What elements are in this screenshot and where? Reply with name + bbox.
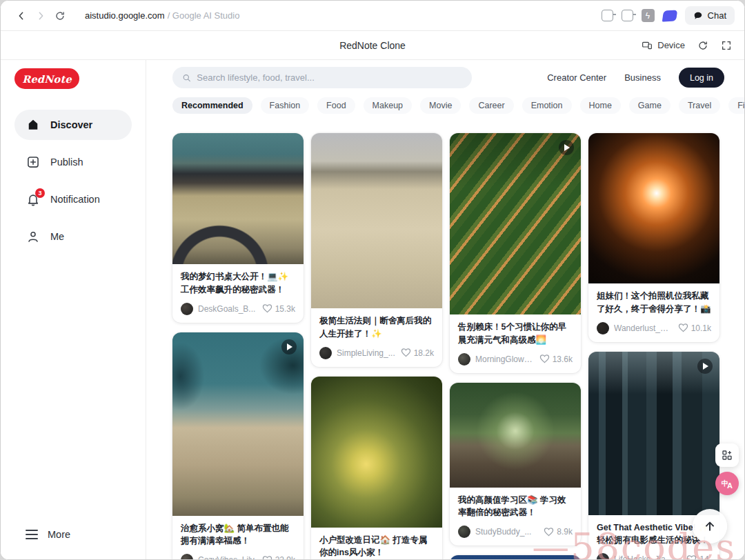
username: MorningGlow_... <box>475 354 535 364</box>
note-card[interactable]: 小户型改造日记🏠 打造专属你的ins风小家！HomeSweetH...11.3k <box>311 377 442 560</box>
tab-home[interactable]: Home <box>580 97 621 114</box>
topbar-link-business[interactable]: Business <box>624 72 661 83</box>
tab-fashion[interactable]: Fashion <box>261 97 309 114</box>
heart-icon <box>686 554 697 560</box>
extension-icon[interactable] <box>602 10 613 21</box>
note-image-navy <box>450 555 581 560</box>
note-meta: StudyBuddy_...8.9k <box>450 522 581 546</box>
feed-grid: 我的梦幻书桌大公开！💻✨ 工作效率飙升的秘密武器！DeskGoals_B...1… <box>172 133 744 560</box>
chevron-right-icon <box>35 10 46 21</box>
sidebar: RedNote DiscoverPublish3NotificationMe M… <box>1 60 146 560</box>
play-icon <box>697 359 713 374</box>
scroll-to-top-button[interactable] <box>693 509 727 543</box>
like-button[interactable]: 13.6k <box>539 354 573 364</box>
search-input[interactable] <box>197 72 462 83</box>
fullscreen-button[interactable] <box>721 40 732 51</box>
sidebar-item-label: Notification <box>50 194 100 205</box>
reload-button[interactable] <box>50 6 70 26</box>
note-title: 治愈系小窝🏡 简单布置也能拥有满满幸福感！ <box>172 516 304 551</box>
like-button[interactable]: 18.2k <box>401 348 434 358</box>
like-button[interactable]: 14. <box>686 554 711 560</box>
note-image-spark <box>588 133 719 283</box>
plus-square-icon <box>26 154 41 170</box>
person-icon <box>26 229 41 244</box>
like-button[interactable]: 8.9k <box>544 527 573 537</box>
tab-emotion[interactable]: Emotion <box>522 97 572 114</box>
rednote-logo[interactable]: RedNote <box>14 68 79 89</box>
note-image-desert <box>311 133 442 308</box>
tab-career[interactable]: Career <box>469 97 513 114</box>
refresh-icon <box>697 40 708 51</box>
search-bar[interactable] <box>172 67 472 88</box>
translate-button[interactable]: 中A <box>715 472 739 495</box>
tab-recommended[interactable]: Recommended <box>172 97 252 114</box>
address-bar[interactable]: aistudio.google.com / Google AI Studio <box>85 10 239 21</box>
avatar <box>181 554 193 560</box>
topbar-link-creator-center[interactable]: Creator Center <box>547 72 606 83</box>
tab-movie[interactable]: Movie <box>420 97 461 114</box>
sidebar-item-more[interactable]: More <box>14 521 132 548</box>
device-icon <box>642 40 653 51</box>
arrow-up-icon <box>703 519 717 533</box>
note-card[interactable] <box>450 555 581 560</box>
note-meta: SimpleLiving_...18.2k <box>311 343 442 367</box>
device-button[interactable]: Device <box>642 40 685 51</box>
sidebar-item-publish[interactable]: Publish <box>14 147 132 177</box>
sidebar-menu: DiscoverPublish3NotificationMe <box>14 110 132 252</box>
play-icon <box>559 140 574 155</box>
heart-icon <box>544 527 554 537</box>
note-card[interactable]: 极简生活法则｜断舍离后我的人生开挂了！✨SimpleLiving_...18.2… <box>311 133 442 367</box>
sidebar-item-label: Publish <box>50 157 83 168</box>
note-title: 告别赖床！5个习惯让你的早晨充满元气和高级感🌅 <box>450 314 581 350</box>
sidebar-item-me[interactable]: Me <box>14 221 132 252</box>
more-label: More <box>48 529 70 540</box>
avatar <box>319 347 332 359</box>
avatar <box>597 322 609 334</box>
tab-travel[interactable]: Travel <box>679 97 720 114</box>
sidebar-item-notification[interactable]: 3Notification <box>14 184 132 214</box>
feed-column: 极简生活法则｜断舍离后我的人生开挂了！✨SimpleLiving_...18.2… <box>311 133 442 560</box>
play-icon <box>281 339 297 354</box>
chat-bubble-icon <box>693 11 703 21</box>
note-card[interactable]: 治愈系小窝🏡 简单布置也能拥有满满幸福感！CozyVibes_Lily22.9k <box>172 332 304 560</box>
note-meta: DeskGoals_B...15.3k <box>172 299 304 323</box>
tab-makeup[interactable]: Makeup <box>364 97 412 114</box>
extension-icon[interactable] <box>622 10 633 21</box>
note-image-rail <box>450 383 581 488</box>
tab-fitness[interactable]: Fitness <box>728 97 744 114</box>
heart-icon <box>262 555 272 560</box>
like-count: 14. <box>699 554 711 560</box>
username: DeskGoals_B... <box>198 304 255 314</box>
expand-icon <box>721 40 732 51</box>
topbar-links: Creator CenterBusiness <box>547 72 661 83</box>
main-content: Creator CenterBusiness Log in Recommende… <box>146 60 744 560</box>
login-button[interactable]: Log in <box>679 68 724 88</box>
note-card[interactable]: 姐妹们！这个拍照机位我私藏了好久，终于舍得分享了！📸Wanderlust_G..… <box>588 133 719 342</box>
note-title: 姐妹们！这个拍照机位我私藏了好久，终于舍得分享了！📸 <box>588 283 719 319</box>
avatar <box>181 303 193 315</box>
note-title: 我的高颜值学习区📚 学习效率翻倍的秘密武器！ <box>450 488 581 523</box>
blue-extension-icon[interactable] <box>662 10 677 21</box>
like-button[interactable]: 15.3k <box>262 303 295 314</box>
refresh-preview-button[interactable] <box>697 40 708 51</box>
lightning-extension-icon[interactable]: ϟ <box>642 9 655 22</box>
like-button[interactable]: 10.1k <box>678 323 711 333</box>
note-image-cactus <box>311 377 442 528</box>
sidebar-item-discover[interactable]: Discover <box>14 110 132 140</box>
feed-column: 姐妹们！这个拍照机位我私藏了好久，终于舍得分享了！📸Wanderlust_G..… <box>588 133 719 560</box>
bell-icon: 3 <box>26 192 41 207</box>
note-card[interactable]: 我的高颜值学习区📚 学习效率翻倍的秘密武器！StudyBuddy_...8.9k <box>450 383 581 546</box>
tab-food[interactable]: Food <box>317 97 355 114</box>
forward-button[interactable] <box>31 6 50 26</box>
chat-button[interactable]: Chat <box>685 6 735 25</box>
tab-game[interactable]: Game <box>629 97 670 114</box>
note-card[interactable]: 我的梦幻书桌大公开！💻✨ 工作效率飙升的秘密武器！DeskGoals_B...1… <box>172 133 304 323</box>
username: CozyVibes_Lily <box>198 555 255 560</box>
browser-toolbar: aistudio.google.com / Google AI Studio ϟ… <box>1 1 744 31</box>
note-card[interactable]: 告别赖床！5个习惯让你的早晨充满元气和高级感🌅MorningGlow_...13… <box>450 133 581 373</box>
qr-scan-icon <box>722 450 733 461</box>
back-button[interactable] <box>12 6 31 26</box>
scan-qr-button[interactable] <box>715 443 739 467</box>
avatar <box>597 553 609 560</box>
like-button[interactable]: 22.9k <box>262 555 295 560</box>
